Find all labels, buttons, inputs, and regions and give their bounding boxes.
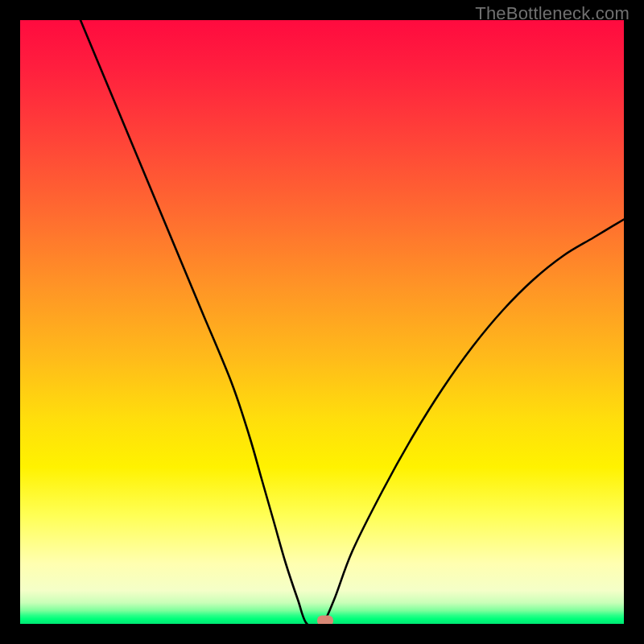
plot-area	[20, 20, 624, 624]
chart-frame: TheBottleneck.com	[0, 0, 644, 644]
watermark-text: TheBottleneck.com	[475, 3, 630, 24]
optimum-marker	[317, 616, 333, 624]
bottleneck-curve	[80, 20, 624, 624]
curve-svg	[20, 20, 624, 624]
